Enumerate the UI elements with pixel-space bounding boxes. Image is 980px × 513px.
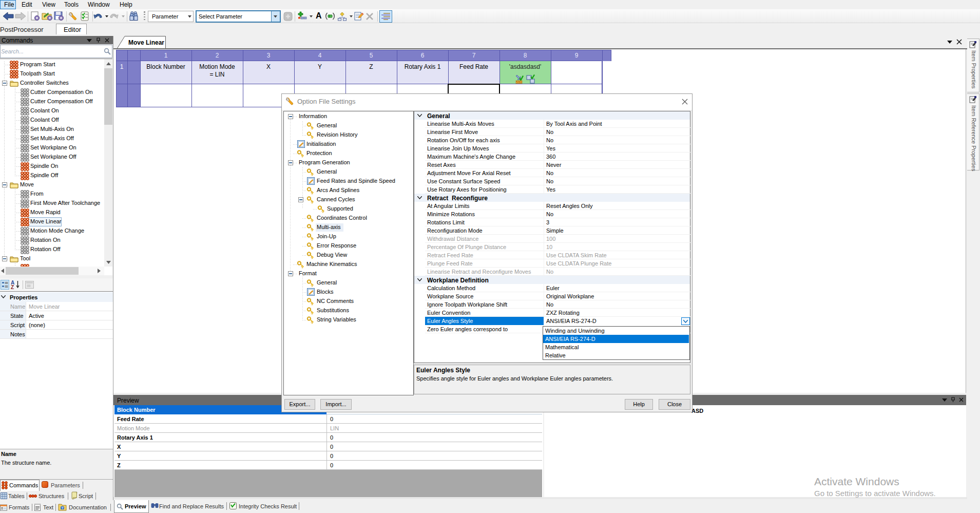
svg-text:?: ? bbox=[61, 506, 63, 510]
